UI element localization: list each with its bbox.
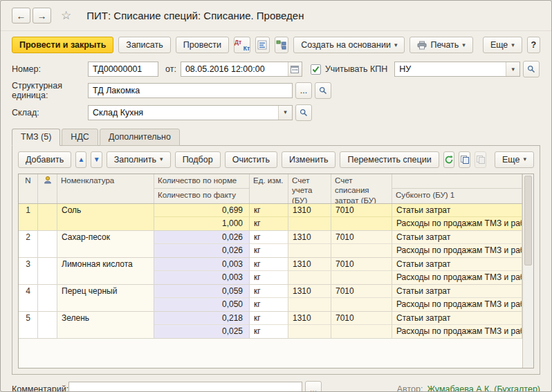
expense-account-cell-empty (331, 325, 392, 338)
create-based-on-button[interactable]: Создать на основании ▾ (293, 37, 405, 53)
back-button[interactable]: ← (12, 8, 30, 24)
fill-button[interactable]: Заполнить ▾ (107, 151, 171, 168)
paste-rows-button[interactable] (475, 151, 486, 168)
dropdown-icon: ▾ (394, 42, 398, 48)
write-button[interactable]: Записать (118, 37, 170, 53)
account-cell-empty (288, 271, 331, 284)
structural-unit-open-button[interactable] (315, 82, 331, 99)
expense-account-cell: 7010 (331, 312, 392, 325)
copy-rows-button[interactable] (459, 151, 470, 168)
post-button[interactable]: Провести (176, 37, 229, 53)
spices-table: N Номенклатура Количество по норме Колич… (18, 174, 534, 368)
account-cell-empty (288, 244, 331, 257)
related-documents-button[interactable] (275, 37, 289, 53)
comment-ellipsis-button[interactable]: ... (305, 381, 322, 392)
print-button[interactable]: Печать ▾ (410, 37, 472, 53)
move-down-button[interactable]: ▼ (91, 151, 102, 168)
favorite-star-icon[interactable]: ☆ (61, 8, 71, 23)
account-cell: 1310 (288, 204, 331, 217)
header-expense-account: Счет списания затрат (БУ) (331, 174, 392, 203)
marker-icon (44, 176, 52, 184)
report-lines-icon (257, 40, 267, 50)
fill-label: Заполнить (114, 155, 156, 165)
forward-button[interactable]: → (33, 8, 51, 24)
tab-tmz[interactable]: ТМЗ (5) (12, 129, 60, 146)
table-scrollbar[interactable] (522, 174, 533, 368)
number-input[interactable]: ТД00000001 (88, 62, 158, 77)
expense-account-cell: 7010 (331, 204, 392, 217)
kpn-label[interactable]: Учитывать КПН (325, 64, 387, 74)
row-number-cell: 5 (19, 312, 38, 338)
header-subconto-spacer (392, 174, 522, 189)
table-more-button[interactable]: Еще ▾ (495, 151, 534, 168)
comment-input[interactable] (68, 382, 302, 392)
date-input[interactable]: 08.05.2016 12:00:00 (181, 62, 302, 77)
clear-button[interactable]: Очистить (225, 151, 277, 168)
kpn-checkbox[interactable] (311, 64, 321, 75)
subconto-article-cell: Статьи затрат (392, 312, 522, 325)
warehouse-dropdown-button[interactable]: ▾ (278, 106, 292, 120)
add-row-button[interactable]: Добавить (18, 151, 71, 168)
structural-unit-ellipsis-button[interactable]: ... (295, 82, 312, 99)
paste-icon (476, 155, 486, 165)
dropdown-icon: ▾ (160, 156, 163, 162)
table-row[interactable]: 1 Соль 0,699 1,000 кг кг 1310 7010 Стать… (19, 204, 522, 231)
subconto-expense-cell: Расходы по продажам ТМЗ и работ (392, 325, 522, 338)
comment-label: Комментарий: (12, 384, 68, 392)
subconto-article-cell: Статьи затрат (392, 285, 522, 298)
tab-bar: ТМЗ (5) НДС Дополнительно (12, 129, 540, 145)
structure-icon (276, 40, 286, 50)
header-account: Счет учета (БУ) (288, 174, 331, 203)
up-arrow-icon: ▲ (77, 156, 84, 163)
dropdown-icon: ▾ (284, 109, 287, 115)
author-link[interactable]: Жумабаева А.К. (Бухгалтер) (427, 384, 540, 392)
qty-fact-cell: 0,003 (154, 271, 250, 284)
row-number-cell: 1 (19, 204, 38, 230)
table-body: 1 Соль 0,699 1,000 кг кг 1310 7010 Стать… (19, 204, 522, 339)
more-button[interactable]: Еще ▾ (483, 37, 522, 53)
table-row[interactable]: 2 Сахар-песок 0,026 0,026 кг кг 1310 701… (19, 231, 522, 258)
table-row[interactable]: 4 Перец черный 0,059 0,050 кг кг 1310 70… (19, 285, 522, 312)
expense-account-cell: 7010 (331, 258, 392, 271)
calendar-button[interactable] (288, 62, 302, 76)
row-number-cell: 2 (19, 231, 38, 257)
open-icon (300, 109, 308, 117)
author-label: Автор: (397, 384, 423, 392)
warehouse-open-button[interactable] (295, 104, 312, 121)
edit-button[interactable]: Изменить (282, 151, 335, 168)
show-postings-button[interactable]: ДтКт (234, 37, 250, 53)
post-and-close-button[interactable]: Провести и закрыть (12, 37, 113, 53)
warehouse-row: Склад: Склад Кухня ▾ (12, 104, 540, 121)
account-cell: 1310 (288, 231, 331, 244)
dt-kt-icon: ДтКт (234, 39, 250, 51)
tmz-panel: Добавить ▲ ▼ Заполнить ▾ Подбор Очистить… (12, 145, 540, 375)
expense-account-cell: 7010 (331, 231, 392, 244)
more-label: Еще (490, 40, 508, 50)
footer: Комментарий: ... Автор: Жумабаева А.К. (… (1, 381, 551, 392)
qty-fact-cell: 0,026 (154, 244, 250, 257)
expense-account-cell-empty (331, 271, 392, 284)
kpn-open-button[interactable] (523, 61, 540, 77)
move-up-button[interactable]: ▲ (75, 151, 86, 168)
table-row[interactable]: 3 Лимонная кислота 0,003 0,003 кг кг 131… (19, 258, 522, 285)
account-cell: 1310 (288, 258, 331, 271)
kpn-select[interactable]: НУ ▾ (394, 62, 520, 77)
copy-icon (460, 155, 470, 165)
unit-norm-cell: кг (250, 204, 288, 217)
move-spices-button[interactable]: Переместить специи (340, 151, 439, 168)
scrollbar-thumb[interactable] (524, 176, 532, 265)
expense-account-cell-empty (331, 298, 392, 311)
tab-additional[interactable]: Дополнительно (100, 129, 180, 146)
structural-unit-input[interactable]: ТД Лакомка (88, 83, 293, 98)
warehouse-select[interactable]: Склад Кухня ▾ (88, 105, 293, 120)
unit-fact-cell: кг (250, 298, 288, 311)
tab-nds[interactable]: НДС (62, 129, 98, 146)
structural-unit-label: Структурная единица: (12, 81, 88, 101)
refresh-button[interactable] (443, 151, 455, 168)
header-subconto: Субконто (БУ) 1 (392, 189, 522, 203)
help-button[interactable]: ? (527, 37, 540, 53)
kpn-dropdown-button[interactable]: ▾ (506, 62, 519, 76)
pick-button[interactable]: Подбор (175, 151, 221, 168)
register-report-button[interactable] (255, 37, 270, 53)
table-row[interactable]: 5 Зелень 0,218 0,025 кг кг 1310 7010 Ста… (19, 312, 522, 339)
